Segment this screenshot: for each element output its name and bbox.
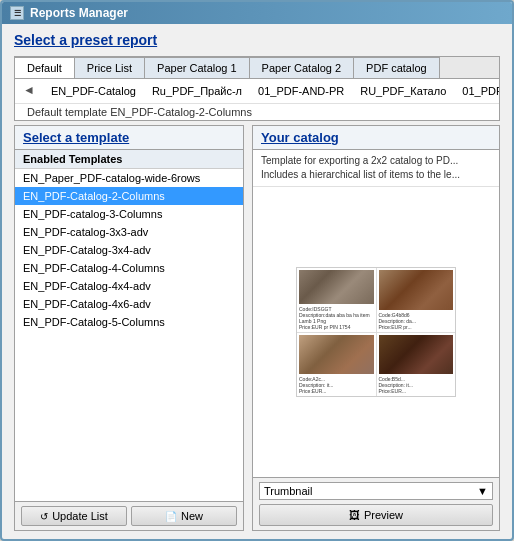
catalog-cell-1: Code:IDSGGTDescription:data aba ba ha it… (297, 268, 376, 332)
preview-button[interactable]: 🖼 Preview (259, 504, 493, 526)
tab-price-list[interactable]: Price List (75, 57, 145, 78)
thumbnail-area: Code:IDSGGTDescription:data aba ba ha it… (253, 187, 499, 477)
enabled-templates-label: Enabled Templates (15, 150, 243, 169)
main-panels: Select a template Enabled Templates EN_P… (14, 125, 500, 531)
tabs-row: Default Price List Paper Catalog 1 Paper… (15, 57, 499, 79)
template-item[interactable]: EN_PDF-Catalog-3x4-adv (15, 241, 243, 259)
cell-text-2: Code:G4b8d6Description: da...Price:EUR p… (379, 312, 454, 330)
tab-default[interactable]: Default (15, 57, 75, 79)
catalog-description: Template for exporting a 2x2 catalog to … (253, 150, 499, 187)
template-item[interactable]: EN_PDF-Catalog-4-Columns (15, 259, 243, 277)
cell-text-4: Code:B5d...Description: it...Price:EUR..… (379, 376, 454, 394)
thumbnail-dropdown-row: Trumbnail ▼ (259, 482, 493, 500)
new-label: New (181, 510, 203, 522)
left-panel: Select a template Enabled Templates EN_P… (14, 125, 244, 531)
reports-manager-window: ☰ Reports Manager Select a preset report… (0, 0, 514, 541)
catalog-preview: Code:IDSGGTDescription:data aba ba ha it… (296, 267, 456, 397)
cell-image-2 (379, 270, 454, 310)
dropdown-arrow-icon: ▼ (477, 485, 488, 497)
template-list[interactable]: EN_Paper_PDF-catalog-wide-6rows EN_PDF-C… (15, 169, 243, 501)
template-item[interactable]: EN_PDF-Catalog-4x4-adv (15, 277, 243, 295)
tab-item-3[interactable]: 01_PDF-AND-PR (254, 83, 348, 99)
tab-item-1[interactable]: EN_PDF-Catalog (47, 83, 140, 99)
select-template-title: Select a template (15, 126, 243, 150)
template-item[interactable]: EN_PDF-catalog-3x3-adv (15, 223, 243, 241)
template-item[interactable]: EN_PDF-Catalog-5-Columns (15, 313, 243, 331)
preview-icon: 🖼 (349, 509, 360, 521)
template-item[interactable]: EN_PDF-catalog-3-Columns (15, 205, 243, 223)
window-title: Reports Manager (30, 6, 128, 20)
tab-item-5[interactable]: 01_PDF-AND- (458, 83, 499, 99)
catalog-cell-3: Code:A2c...Description: it...Price:EUR..… (297, 333, 376, 397)
tab-pdf-catalog[interactable]: PDF catalog (354, 57, 440, 78)
cell-text-3: Code:A2c...Description: it...Price:EUR..… (299, 376, 374, 394)
preset-report-title: Select a preset report (14, 32, 500, 48)
title-bar: ☰ Reports Manager (2, 2, 512, 24)
template-item[interactable]: EN_Paper_PDF-catalog-wide-6rows (15, 169, 243, 187)
tab-scroll-left[interactable]: ◄ (19, 83, 39, 99)
update-list-label: Update List (52, 510, 108, 522)
new-icon: 📄 (165, 511, 177, 522)
tab-item-2[interactable]: Ru_PDF_Прайс-л (148, 83, 246, 99)
preview-label: Preview (364, 509, 403, 521)
tab-paper-catalog-2[interactable]: Paper Catalog 2 (250, 57, 355, 78)
cell-image-1 (299, 270, 374, 304)
default-template-label: Default template EN_PDF-Catalog-2-Column… (23, 103, 256, 121)
template-item[interactable]: EN_PDF-Catalog-4x6-adv (15, 295, 243, 313)
dropdown-value: Trumbnail (264, 485, 313, 497)
catalog-cell-2: Code:G4b8d6Description: da...Price:EUR p… (377, 268, 456, 332)
cell-text-1: Code:IDSGGTDescription:data aba ba ha it… (299, 306, 374, 330)
main-content: Select a preset report Default Price Lis… (2, 24, 512, 539)
update-list-button[interactable]: ↺ Update List (21, 506, 127, 526)
preset-tabs-container: Default Price List Paper Catalog 1 Paper… (14, 56, 500, 121)
tab-item-4[interactable]: RU_PDF_Катало (356, 83, 450, 99)
default-label-row: Default template EN_PDF-Catalog-2-Column… (15, 103, 499, 120)
new-button[interactable]: 📄 New (131, 506, 237, 526)
right-bottom-controls: Trumbnail ▼ 🖼 Preview (253, 477, 499, 530)
cell-image-3 (299, 335, 374, 375)
catalog-grid: Code:IDSGGTDescription:data aba ba ha it… (297, 268, 455, 396)
thumbnail-dropdown[interactable]: Trumbnail ▼ (259, 482, 493, 500)
right-panel: Your catalog Template for exporting a 2x… (252, 125, 500, 531)
cell-image-4 (379, 335, 454, 375)
your-catalog-title: Your catalog (253, 126, 499, 150)
update-icon: ↺ (40, 511, 48, 522)
catalog-cell-4: Code:B5d...Description: it...Price:EUR..… (377, 333, 456, 397)
tab-items-row: ◄ EN_PDF-Catalog Ru_PDF_Прайс-л 01_PDF-A… (15, 79, 499, 103)
template-buttons: ↺ Update List 📄 New (15, 501, 243, 530)
template-item[interactable]: EN_PDF-Catalog-2-Columns (15, 187, 243, 205)
title-icon: ☰ (10, 6, 24, 20)
tab-paper-catalog-1[interactable]: Paper Catalog 1 (145, 57, 250, 78)
